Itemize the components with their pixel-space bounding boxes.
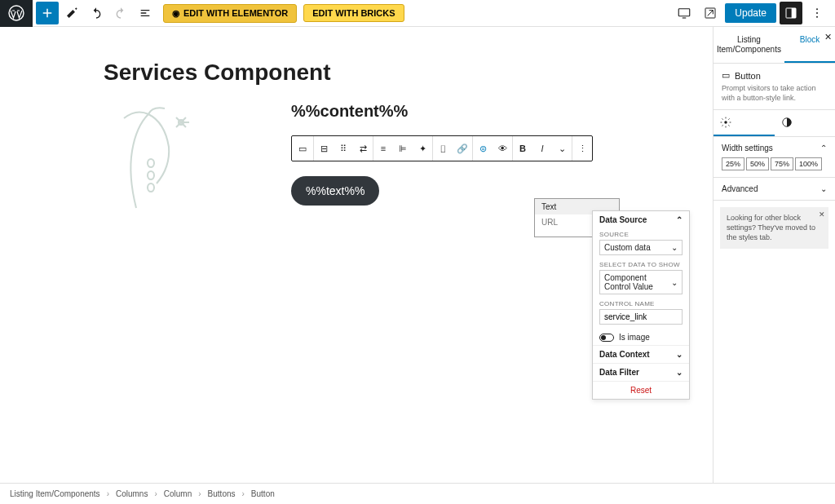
svg-point-6 [816, 12, 818, 14]
update-button[interactable]: Update [725, 3, 776, 23]
undo-button[interactable] [85, 2, 108, 24]
styles-tab-icon[interactable] [775, 110, 836, 136]
source-label: SOURCE [593, 228, 689, 240]
chevron-down-icon: ⌄ [676, 350, 683, 359]
block-toolbar: ▭ ⊟⠿⇄ ≡⊫✦ ⌷🔗 ⊜👁 BI⌄ ⋮ [291, 135, 593, 161]
image-column [104, 102, 275, 216]
select-data-select[interactable]: Component Control Value⌄ [599, 270, 683, 294]
edit-elementor-button[interactable]: ◉EDIT WITH ELEMENTOR [163, 4, 297, 23]
chevron-down-icon: ⌄ [671, 278, 678, 287]
view-post-icon[interactable] [699, 2, 722, 24]
sidebar-tabs: Listing Item/Components Block ✕ [714, 27, 835, 64]
block-info: ▭Button Prompt visitors to take action w… [714, 64, 835, 110]
move-handle-icon[interactable]: ⊟ [314, 136, 334, 161]
toggle-switch [599, 334, 614, 342]
content-heading[interactable]: %%content%% [291, 102, 609, 121]
svg-rect-4 [792, 8, 796, 18]
breadcrumb: Listing Item/Components› Columns› Column… [0, 483, 835, 504]
editor-canvas: Services Component %%content%% [0, 27, 713, 483]
advanced-header[interactable]: Advanced⌄ [722, 184, 827, 193]
svg-point-11 [148, 183, 154, 192]
is-image-toggle[interactable]: Is image [593, 329, 689, 345]
width-50[interactable]: 50% [746, 157, 769, 170]
reset-button[interactable]: Reset [593, 382, 689, 399]
advanced-panel: Advanced⌄ [714, 178, 835, 201]
styles-notice: Looking for other block settings? They'v… [720, 207, 828, 249]
options-icon[interactable] [806, 2, 828, 24]
data-context-section[interactable]: Data Context⌄ [593, 346, 689, 363]
visibility-icon[interactable]: 👁 [493, 136, 512, 161]
bold-icon[interactable]: B [513, 136, 532, 161]
dismiss-notice-icon[interactable]: ✕ [819, 210, 825, 220]
svg-point-5 [816, 8, 818, 10]
crumb-4[interactable]: Button [251, 489, 275, 498]
dynamic-data-icon[interactable]: ⊜ [473, 136, 493, 161]
data-filter-section[interactable]: Data Filter⌄ [593, 364, 689, 381]
toolbar-left: ◉EDIT WITH ELEMENTOR EDIT WITH BRICKS [33, 2, 404, 24]
block-type-icon[interactable]: ▭ [292, 136, 313, 161]
data-source-header[interactable]: Data Source⌃ [593, 211, 689, 228]
svg-point-10 [148, 171, 154, 179]
width-settings-header[interactable]: Width settings⌃ [722, 144, 827, 153]
data-source-popover: Data Source⌃ SOURCE Custom data⌄ SELECT … [592, 210, 690, 400]
add-block-button[interactable] [36, 2, 59, 24]
settings-toggle[interactable] [780, 2, 802, 24]
more-options-icon[interactable]: ⋮ [572, 136, 592, 161]
width-75[interactable]: 75% [771, 157, 793, 170]
chevron-down-icon: ⌄ [676, 368, 683, 377]
edit-bricks-button[interactable]: EDIT WITH BRICKS [303, 4, 404, 22]
select-data-label: SELECT DATA TO SHOW [593, 259, 689, 270]
settings-style-tabs [714, 110, 835, 137]
svg-rect-1 [679, 9, 691, 16]
control-name-label: CONTROL NAME [593, 298, 689, 309]
width-100[interactable]: 100% [795, 157, 822, 170]
wordpress-logo[interactable] [0, 0, 33, 27]
arrows-icon[interactable]: ⇄ [353, 136, 373, 161]
svg-point-12 [724, 122, 727, 125]
page-title[interactable]: Services Component [104, 60, 609, 86]
svg-point-7 [816, 16, 818, 18]
drag-handle-icon[interactable]: ⠿ [334, 136, 353, 161]
chevron-up-icon: ⌃ [676, 215, 683, 224]
chevron-down-icon: ⌄ [820, 184, 827, 193]
width-25[interactable]: 25% [722, 157, 744, 170]
align-center-icon[interactable]: ⊫ [393, 136, 413, 161]
tab-listing-item[interactable]: Listing Item/Components [714, 27, 784, 63]
chevron-up-icon: ⌃ [820, 144, 827, 153]
vertical-align-icon[interactable]: ⌷ [433, 136, 453, 161]
close-icon[interactable]: ✕ [824, 32, 832, 42]
redo-button[interactable] [109, 2, 132, 24]
crumb-2[interactable]: Column [164, 489, 192, 498]
button-block[interactable]: %%text%% [291, 176, 379, 206]
control-name-input[interactable] [599, 309, 683, 325]
button-block-icon: ▭ [722, 70, 730, 81]
spa-illustration [104, 102, 210, 216]
svg-point-9 [148, 159, 154, 167]
width-settings-panel: Width settings⌃ 25% 50% 75% 100% [714, 137, 835, 178]
crumb-3[interactable]: Buttons [208, 489, 236, 498]
link-icon[interactable]: 🔗 [453, 136, 472, 161]
chevron-down-icon[interactable]: ⌄ [552, 136, 572, 161]
align-left-icon[interactable]: ≡ [373, 136, 393, 161]
top-toolbar: ◉EDIT WITH ELEMENTOR EDIT WITH BRICKS Up… [0, 0, 835, 27]
settings-tab-icon[interactable] [714, 110, 775, 136]
document-overview-button[interactable] [134, 2, 157, 24]
chevron-down-icon: ⌄ [671, 243, 678, 252]
source-select[interactable]: Custom data⌄ [599, 240, 683, 255]
crumb-1[interactable]: Columns [116, 489, 148, 498]
block-description: Prompt visitors to take action with a bu… [722, 84, 827, 103]
toolbar-right: Update [673, 2, 835, 24]
settings-sidebar: Listing Item/Components Block ✕ ▭Button … [713, 27, 835, 483]
align-justify-icon[interactable]: ✦ [413, 136, 432, 161]
italic-icon[interactable]: I [532, 136, 552, 161]
edit-mode-button[interactable] [60, 2, 83, 24]
main-area: Services Component %%content%% [0, 27, 835, 483]
crumb-0[interactable]: Listing Item/Components [10, 489, 100, 498]
desktop-view-icon[interactable] [673, 2, 696, 24]
elementor-icon: ◉ [172, 8, 180, 19]
